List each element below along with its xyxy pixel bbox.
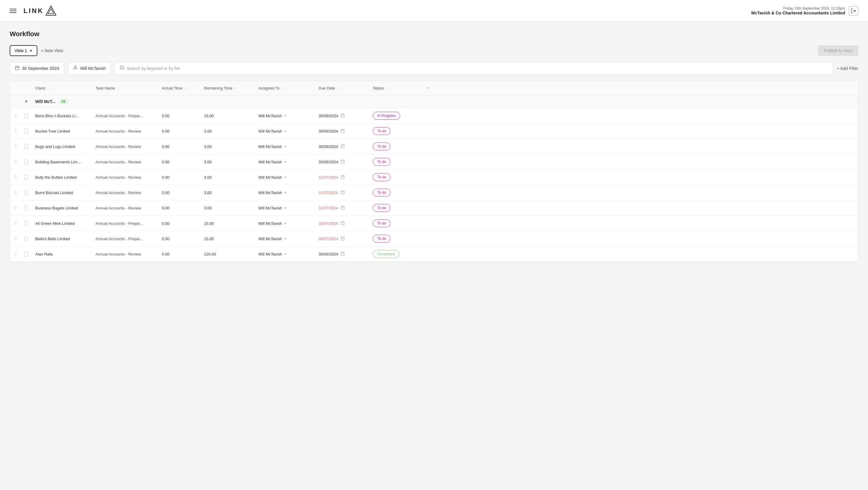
assignee-dropdown-icon[interactable]: ▼: [284, 237, 287, 241]
add-filter-button[interactable]: + Add Filter: [837, 66, 858, 71]
search-input[interactable]: [127, 66, 180, 71]
row-checkbox[interactable]: [24, 159, 28, 164]
due-date-calendar-icon[interactable]: [341, 190, 345, 195]
due-date-calendar-icon[interactable]: [341, 236, 345, 241]
assignee-dropdown-icon[interactable]: ▼: [284, 114, 287, 118]
status-badge[interactable]: To do: [373, 158, 391, 166]
actual-col-more-icon[interactable]: ···: [184, 86, 187, 90]
table-row: ⠿ Bully the Bullies Limited Annual Accou…: [10, 170, 858, 185]
drag-handle-icon[interactable]: ⠿: [14, 252, 17, 256]
assignee-dropdown-icon[interactable]: ▼: [284, 160, 287, 164]
task-col-more-icon[interactable]: ···: [117, 86, 120, 90]
th-remaining: Remaining Time ···: [200, 81, 255, 95]
due-date-calendar-icon[interactable]: [341, 113, 345, 118]
due-date-calendar-icon[interactable]: [341, 252, 345, 257]
status-cell: To do: [369, 185, 424, 200]
task-name: Annual Accounts - Review: [96, 129, 141, 133]
drag-handle-icon[interactable]: ⠿: [14, 159, 17, 164]
date-filter-value: 30 September 2024: [22, 66, 59, 71]
due-date-cell: 30/09/2024: [315, 125, 369, 137]
date-filter[interactable]: 30 September 2024: [10, 62, 64, 75]
status-badge[interactable]: To do: [373, 143, 391, 150]
assignee-name: Will McTavish: [258, 252, 282, 256]
due-date-calendar-icon[interactable]: [341, 159, 345, 164]
row-actions-cell: [424, 127, 438, 135]
drag-handle-icon[interactable]: ⠿: [14, 221, 17, 226]
actual-time: 0.00: [162, 114, 169, 118]
due-date-calendar-icon[interactable]: [341, 221, 345, 226]
menu-icon[interactable]: [10, 9, 16, 13]
drag-handle-icon[interactable]: ⠿: [14, 175, 17, 180]
row-actions-cell: [424, 189, 438, 196]
header-right: Friday 13th September 2024, 12:19pm McTa…: [751, 6, 858, 16]
task-name: Annual Accounts - Review: [96, 206, 141, 210]
publish-button[interactable]: Publish to Xero: [818, 45, 858, 56]
status-badge[interactable]: In Progress: [373, 112, 400, 120]
remaining-col-more-icon[interactable]: ···: [234, 86, 237, 90]
status-badge[interactable]: To do: [373, 127, 391, 135]
actual-time: 0.00: [162, 221, 169, 226]
task-cell: Annual Accounts - Prepar...: [92, 233, 158, 245]
assignee-dropdown-icon[interactable]: ▼: [284, 145, 287, 148]
row-checkbox[interactable]: [24, 206, 28, 210]
due-col-more-icon[interactable]: ···: [337, 86, 340, 90]
view-selector[interactable]: View 1 ▼: [10, 45, 37, 56]
checkbox-cell: [21, 171, 32, 183]
drag-handle-icon[interactable]: ⠿: [14, 236, 17, 241]
assigned-col-more-icon[interactable]: ···: [281, 86, 284, 90]
assignee-dropdown-icon[interactable]: ▼: [284, 130, 287, 133]
client-cell: Bucket Tree Limited: [32, 125, 92, 137]
assignee-dropdown-icon[interactable]: ▼: [284, 252, 287, 256]
actual-cell: 0.00: [158, 110, 200, 122]
assignee-dropdown-icon[interactable]: ▼: [284, 207, 287, 210]
collapse-icon[interactable]: ▼: [24, 99, 28, 104]
row-checkbox[interactable]: [24, 175, 28, 180]
checkbox-cell: [21, 233, 32, 245]
drag-handle-icon[interactable]: ⠿: [14, 190, 17, 195]
th-add[interactable]: +: [424, 81, 438, 95]
row-checkbox[interactable]: [24, 144, 28, 149]
remaining-time: 15.00: [204, 237, 214, 241]
table-row: ⠿ Bucket Tree Limited Annual Accounts - …: [10, 124, 858, 139]
due-date-calendar-icon[interactable]: [341, 144, 345, 149]
status-badge[interactable]: To do: [373, 173, 391, 181]
status-col-more-icon[interactable]: ···: [386, 86, 389, 90]
status-badge[interactable]: To do: [373, 189, 391, 196]
drag-handle-icon[interactable]: ⠿: [14, 113, 17, 118]
row-checkbox[interactable]: [24, 129, 28, 133]
logout-button[interactable]: [849, 6, 858, 16]
client-cell: Bully the Bullies Limited: [32, 172, 92, 183]
status-cell: To do: [369, 139, 424, 154]
new-view-button[interactable]: + New View: [41, 48, 63, 53]
row-checkbox[interactable]: [24, 221, 28, 226]
status-badge[interactable]: Completed: [373, 250, 399, 258]
client-name: Alan Rails: [35, 252, 53, 256]
due-date-field: 31/07/2024: [318, 175, 345, 180]
due-date-calendar-icon[interactable]: [341, 129, 345, 134]
client-col-more-icon[interactable]: ···: [47, 86, 50, 90]
actual-time: 0.00: [162, 160, 169, 164]
assignee-dropdown-icon[interactable]: ▼: [284, 222, 287, 225]
drag-handle-icon[interactable]: ⠿: [14, 129, 17, 133]
drag-handle-icon[interactable]: ⠿: [14, 144, 17, 149]
assignee-dropdown-icon[interactable]: ▼: [284, 191, 287, 194]
assignee-filter[interactable]: Will McTavish: [68, 62, 111, 75]
row-actions-cell: [424, 143, 438, 150]
due-date-field: 30/07/2024: [318, 236, 345, 241]
status-badge[interactable]: To do: [373, 204, 391, 212]
status-badge[interactable]: To do: [373, 219, 391, 227]
due-date-value: 30/09/2024: [318, 160, 338, 164]
drag-handle-icon[interactable]: ⠿: [14, 206, 17, 210]
due-date-calendar-icon[interactable]: [341, 175, 345, 180]
row-checkbox[interactable]: [24, 236, 28, 241]
due-date-calendar-icon[interactable]: [341, 206, 345, 211]
search-filter[interactable]: [115, 62, 833, 75]
remaining-cell: 120.00: [200, 248, 255, 260]
assignee-dropdown-icon[interactable]: ▼: [284, 176, 287, 179]
actual-time: 0.00: [162, 144, 169, 149]
row-checkbox[interactable]: [24, 190, 28, 195]
row-checkbox[interactable]: [24, 113, 28, 118]
add-col-icon[interactable]: +: [427, 85, 430, 91]
row-checkbox[interactable]: [24, 252, 28, 256]
status-badge[interactable]: To do: [373, 235, 391, 243]
